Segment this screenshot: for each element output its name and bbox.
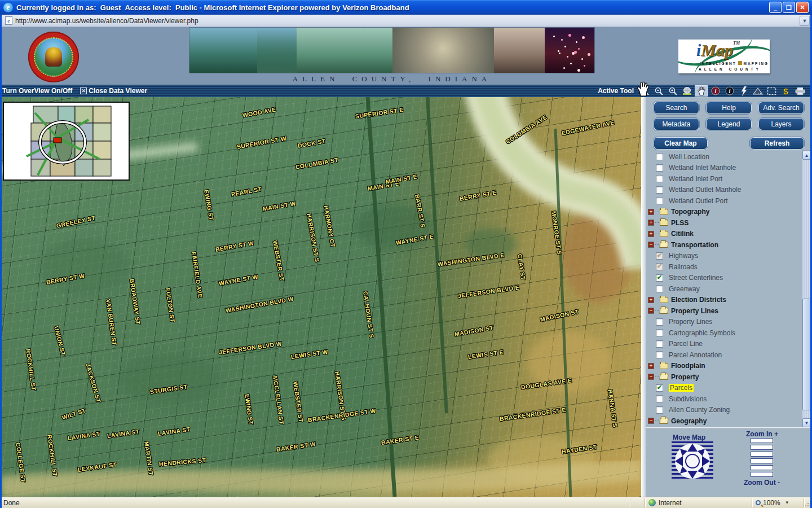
close-data-viewer-button[interactable]: ✕ Close Data Viewer <box>80 87 147 95</box>
layer-folder[interactable]: −Transportation <box>648 239 801 251</box>
pan-zoom-panel: Move Map Zoom In + Zoom Out - <box>646 429 812 497</box>
layer-folder[interactable]: −Geography <box>648 415 801 426</box>
tools-sidebar: SearchHelpAdv. SearchMetadataLegendLayer… <box>646 97 812 497</box>
layer-item: Wetland Inlet Manhole <box>648 163 801 174</box>
county-seal-logo <box>28 32 79 82</box>
expand-icon[interactable]: + <box>648 297 654 303</box>
tree-connector <box>655 212 659 212</box>
select-tool-button[interactable] <box>765 85 778 97</box>
layer-checkbox[interactable] <box>656 285 663 292</box>
zoom-step-6[interactable] <box>751 472 773 477</box>
layer-scrollbar[interactable]: ▲ ▼ <box>802 150 811 428</box>
layer-item: Railroads <box>648 261 801 273</box>
svg-text:$: $ <box>783 86 788 96</box>
legend-button[interactable]: Legend <box>706 118 752 130</box>
pan-tool-button[interactable] <box>695 85 708 97</box>
expand-icon[interactable]: + <box>648 209 654 215</box>
folder-icon <box>659 242 669 248</box>
layer-folder[interactable]: +Topography <box>648 207 801 218</box>
zoom-step-4[interactable] <box>751 458 773 463</box>
layer-folder-label: Property Lines <box>671 307 718 315</box>
measure-tool-button[interactable] <box>751 85 764 97</box>
expand-icon[interactable]: + <box>648 363 654 369</box>
zoom-step-2[interactable] <box>751 445 773 450</box>
collapse-icon[interactable]: − <box>648 418 654 424</box>
layer-checkbox[interactable] <box>656 395 663 402</box>
folder-icon <box>660 231 668 237</box>
zoom-step-5[interactable] <box>751 465 773 470</box>
zoom-full-tool-button[interactable] <box>667 85 679 97</box>
map-viewport[interactable]: WOOD AVESUPERIOR ST ECOLUMBIA AVEEDGEWAT… <box>0 97 641 497</box>
internet-zone-icon <box>648 499 656 506</box>
scroll-thumb[interactable] <box>802 299 811 410</box>
print-tool-button[interactable] <box>793 85 806 97</box>
zoom-out-tool-button[interactable] <box>652 85 665 97</box>
resize-grip[interactable] <box>804 498 812 507</box>
layer-checkbox[interactable] <box>656 384 663 392</box>
imap-logo: iMapTM INTELLIGENTMAPPING ALLEN COUNTY <box>678 40 770 73</box>
layer-checkbox[interactable] <box>656 186 663 194</box>
identify-tool-button[interactable]: i <box>709 85 722 97</box>
layer-checkbox[interactable] <box>656 274 663 282</box>
zoom-level-control[interactable]: 100% ▼ <box>752 498 804 507</box>
buffer-tool-button[interactable]: $ <box>779 85 792 97</box>
collapse-icon[interactable]: − <box>648 242 654 248</box>
layer-checkbox <box>656 252 663 260</box>
metadata-button[interactable]: Metadata <box>654 118 699 130</box>
collapse-icon[interactable]: − <box>648 374 654 380</box>
layer-item-label: Wetland Inlet Port <box>669 175 722 183</box>
tree-connector <box>655 376 659 377</box>
info-tool-button[interactable]: i <box>723 85 736 97</box>
layer-folder[interactable]: −Property Lines <box>648 305 801 317</box>
adv-search-button[interactable]: Adv. Search <box>758 102 804 114</box>
address-dropdown-button[interactable]: ▼ <box>800 16 810 26</box>
search-button[interactable]: Search <box>654 102 699 114</box>
minimize-button[interactable]: _ <box>769 2 782 13</box>
layer-item: Allen County Zoning <box>648 405 801 416</box>
collapse-icon[interactable]: − <box>648 308 654 314</box>
move-map-compass[interactable] <box>672 440 713 482</box>
layer-checkbox[interactable] <box>656 175 663 182</box>
layer-checkbox[interactable] <box>656 406 663 414</box>
clear-map-button[interactable]: Clear Map <box>654 137 708 150</box>
expand-icon[interactable]: + <box>648 220 654 226</box>
layer-item-label: Parcel Line <box>669 340 703 348</box>
restore-button[interactable]: ❏ <box>783 2 795 13</box>
layer-folder[interactable]: +PLSS <box>648 217 801 229</box>
layer-checkbox[interactable] <box>656 318 663 326</box>
layer-item: Highways <box>648 251 801 262</box>
map-toolbar: Turn OverView On/Off ✕ Close Data Viewer… <box>0 85 812 97</box>
close-button[interactable]: ✕ <box>796 2 809 13</box>
zoom-step-3[interactable] <box>751 452 773 457</box>
layer-item-label: Greenway <box>669 285 700 293</box>
title-bar: e Currently logged in as: Guest Access l… <box>0 0 812 15</box>
layer-folder[interactable]: +Floodplain <box>648 361 801 372</box>
layer-folder[interactable]: +Election Districts <box>648 295 801 306</box>
tree-connector <box>655 300 659 300</box>
banner-caption: ALLEN COUNTY, INDIANA <box>189 75 595 84</box>
scroll-down-button[interactable]: ▼ <box>802 418 811 427</box>
refresh-button[interactable]: Refresh <box>750 137 804 150</box>
tree-connector <box>655 244 659 245</box>
overview-toggle-button[interactable]: Turn OverView On/Off <box>2 87 72 95</box>
status-spacer <box>630 498 645 507</box>
layer-checkbox[interactable] <box>656 197 663 204</box>
layer-item-label: Street Centerlines <box>669 274 723 282</box>
help-button[interactable]: Help <box>706 102 752 114</box>
layer-checkbox[interactable] <box>656 164 663 172</box>
url-field[interactable]: http://www.acimap.us/website/allenco/Dat… <box>15 17 800 25</box>
layer-item: Wetland Outlet Port <box>648 195 801 207</box>
layer-checkbox[interactable] <box>656 329 663 336</box>
zoom-step-1[interactable] <box>751 438 773 443</box>
layer-folder[interactable]: −Property <box>648 371 801 383</box>
query-tool-button[interactable] <box>737 85 750 97</box>
layer-checkbox[interactable] <box>656 351 663 358</box>
scroll-up-button[interactable]: ▲ <box>802 151 811 160</box>
layer-checkbox[interactable] <box>656 153 663 160</box>
initial-extent-tool-button[interactable] <box>681 85 694 97</box>
layers-button[interactable]: Layers <box>758 118 804 130</box>
expand-icon[interactable]: + <box>648 231 654 237</box>
zoom-caret-icon: ▼ <box>785 500 789 505</box>
layer-folder[interactable]: +Citilink <box>648 229 801 240</box>
layer-checkbox[interactable] <box>656 340 663 348</box>
